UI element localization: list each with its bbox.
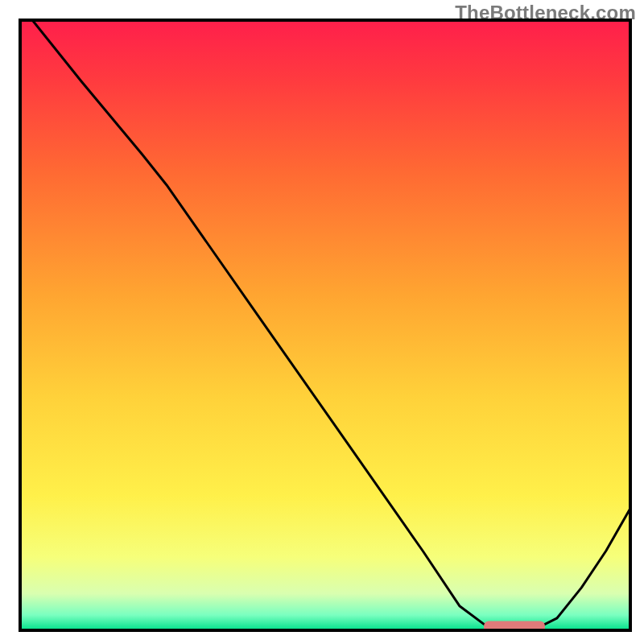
chart-svg — [0, 0, 644, 644]
gradient-background — [20, 20, 630, 630]
chart-stage: { "watermark": "TheBottleneck.com", "col… — [0, 0, 644, 644]
